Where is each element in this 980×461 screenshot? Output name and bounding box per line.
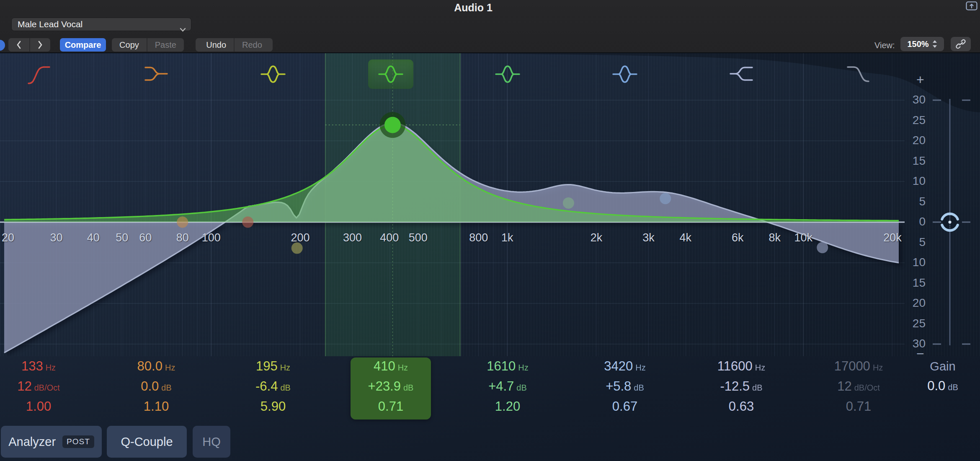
band-1-frequency-field[interactable]: 133Hz	[0, 356, 87, 376]
plugin-header: Audio 1 Male Lead Vocal Compare Copy Pas…	[0, 0, 980, 53]
band-4-gain-field[interactable]: +23.9dB	[343, 376, 439, 396]
band-2-q-field[interactable]: 1.10	[108, 396, 204, 417]
freq-label-40: 40	[87, 231, 100, 244]
band-3-frequency-field[interactable]: 195Hz	[225, 356, 321, 376]
link-button[interactable]	[951, 37, 971, 51]
band-4-readout: 410Hz+23.9dB0.71	[343, 356, 439, 417]
band-2-frequency-field[interactable]: 80.0Hz	[108, 356, 204, 376]
freq-label-300: 300	[343, 231, 362, 244]
band-5-bell-icon[interactable]	[485, 60, 530, 89]
band-6-q-field[interactable]: 0.67	[577, 396, 673, 417]
freq-label-400: 400	[380, 231, 399, 244]
freq-label-10k: 10k	[794, 231, 812, 244]
band-5-gain-field[interactable]: +4.7dB	[459, 376, 556, 396]
paste-button[interactable]: Paste	[147, 38, 184, 52]
band-5-control-dot[interactable]	[563, 197, 574, 209]
freq-label-20k: 20k	[883, 231, 902, 244]
band-2-readout: 80.0Hz0.0dB1.10	[108, 356, 204, 417]
band-parameter-readouts: 133Hz12dB/Oct1.0080.0Hz0.0dB1.10195Hz-6.…	[0, 356, 980, 423]
chain-link-icon	[955, 39, 966, 49]
copy-paste-group: Copy Paste	[112, 38, 184, 52]
compare-button[interactable]: Compare	[60, 38, 106, 52]
band-type-icon-row	[0, 60, 980, 93]
band-3-readout: 195Hz-6.4dB5.90	[225, 356, 321, 417]
band-1-highpass-icon[interactable]	[16, 60, 61, 89]
band-7-readout: 11600Hz-12.5dB0.63	[693, 356, 789, 417]
eq-graph[interactable]: 2030405060801002003004005008001k2k3k4k6k…	[0, 53, 980, 356]
band-3-q-field[interactable]: 5.90	[225, 396, 321, 417]
band-7-control-dot[interactable]	[817, 242, 828, 253]
preset-nav-group	[8, 38, 50, 52]
band-5-frequency-field[interactable]: 1610Hz	[459, 356, 556, 376]
band-8-q-field[interactable]: 0.71	[810, 396, 907, 417]
band-8-lowpass-icon[interactable]	[836, 60, 881, 89]
freq-label-4k: 4k	[680, 231, 692, 244]
band-3-gain-field[interactable]: -6.4dB	[225, 376, 321, 396]
band-1-q-field[interactable]: 1.00	[0, 396, 87, 417]
band-4-bell-icon[interactable]	[368, 60, 413, 89]
bypass-icon[interactable]	[0, 40, 5, 51]
freq-label-80: 80	[176, 231, 189, 244]
stepper-arrows-icon	[932, 40, 937, 48]
freq-label-800: 800	[469, 231, 488, 244]
redo-button[interactable]: Redo	[234, 38, 270, 52]
view-zoom-value: 150%	[907, 39, 928, 49]
band-4-frequency-field[interactable]: 410Hz	[343, 356, 439, 376]
freq-label-6k: 6k	[732, 231, 744, 244]
master-gain-label: Gain	[905, 360, 980, 373]
band-6-frequency-field[interactable]: 3420Hz	[577, 356, 673, 376]
freq-label-1k: 1k	[501, 231, 513, 244]
band-4-q-field[interactable]: 0.71	[343, 396, 439, 417]
band-7-frequency-field[interactable]: 11600Hz	[693, 356, 789, 376]
freq-label-50: 50	[116, 231, 128, 244]
band-7-q-field[interactable]: 0.63	[693, 396, 789, 417]
view-label: View:	[874, 41, 895, 50]
preset-dropdown-value: Male Lead Vocal	[18, 19, 83, 29]
preset-dropdown[interactable]: Male Lead Vocal	[11, 18, 191, 31]
band-6-readout: 3420Hz+5.8dB0.67	[577, 356, 673, 417]
band-4-control-dot[interactable]	[384, 117, 401, 133]
band-1-gain-field[interactable]: 12dB/Oct	[0, 376, 87, 396]
band-7-gain-field[interactable]: -12.5dB	[693, 376, 789, 396]
undo-button[interactable]: Undo	[199, 38, 234, 52]
undo-redo-group: Undo Redo	[196, 38, 273, 52]
master-gain-value[interactable]: 0.0dB	[905, 378, 980, 394]
hq-button[interactable]: HQ	[193, 426, 230, 458]
band-5-readout: 1610Hz+4.7dB1.20	[459, 356, 556, 417]
analyzer-button[interactable]: Analyzer POST	[1, 426, 102, 458]
band-2-lowshelf-icon[interactable]	[134, 60, 179, 89]
band-8-gain-field[interactable]: 12dB/Oct	[810, 376, 907, 396]
view-zoom-stepper[interactable]: 150%	[900, 37, 944, 51]
band-2-control-dot[interactable]	[177, 217, 188, 228]
master-gain-readout: Gain 0.0dB	[905, 356, 980, 407]
freq-label-8k: 8k	[769, 231, 781, 244]
freq-label-2k: 2k	[591, 231, 603, 244]
chevron-down-icon	[180, 23, 186, 35]
footer-controls: Analyzer POST Q-Couple HQ	[0, 423, 980, 461]
band-3-bell-icon[interactable]	[250, 60, 296, 89]
freq-label-30: 30	[50, 231, 62, 244]
analyzer-mode-badge[interactable]: POST	[62, 435, 94, 448]
freq-label-100: 100	[202, 231, 221, 244]
band-2-gain-field[interactable]: 0.0dB	[108, 376, 204, 396]
next-preset-button[interactable]	[29, 38, 50, 52]
q-couple-button[interactable]: Q-Couple	[107, 426, 187, 458]
band-6-bell-icon[interactable]	[602, 60, 647, 89]
previous-preset-button[interactable]	[8, 38, 29, 52]
freq-label-3k: 3k	[642, 231, 655, 244]
band-7-highshelf-icon[interactable]	[719, 60, 764, 89]
band-1-control-dot[interactable]	[242, 217, 253, 228]
freq-label-60: 60	[139, 231, 152, 244]
window-title: Audio 1	[427, 2, 519, 14]
band-5-q-field[interactable]: 1.20	[459, 396, 556, 417]
band-8-frequency-field[interactable]: 17000Hz	[810, 356, 907, 376]
band-8-readout: 17000Hz12dB/Oct0.71	[810, 356, 907, 417]
channel-eq-window: Audio 1 Male Lead Vocal Compare Copy Pas…	[0, 0, 980, 461]
band-6-gain-field[interactable]: +5.8dB	[577, 376, 673, 396]
open-in-window-icon[interactable]	[966, 1, 977, 10]
freq-label-200: 200	[291, 231, 309, 244]
band-1-readout: 133Hz12dB/Oct1.00	[0, 356, 87, 417]
copy-button[interactable]: Copy	[112, 38, 147, 52]
band-6-control-dot[interactable]	[660, 193, 671, 204]
band-3-control-dot[interactable]	[291, 243, 303, 254]
